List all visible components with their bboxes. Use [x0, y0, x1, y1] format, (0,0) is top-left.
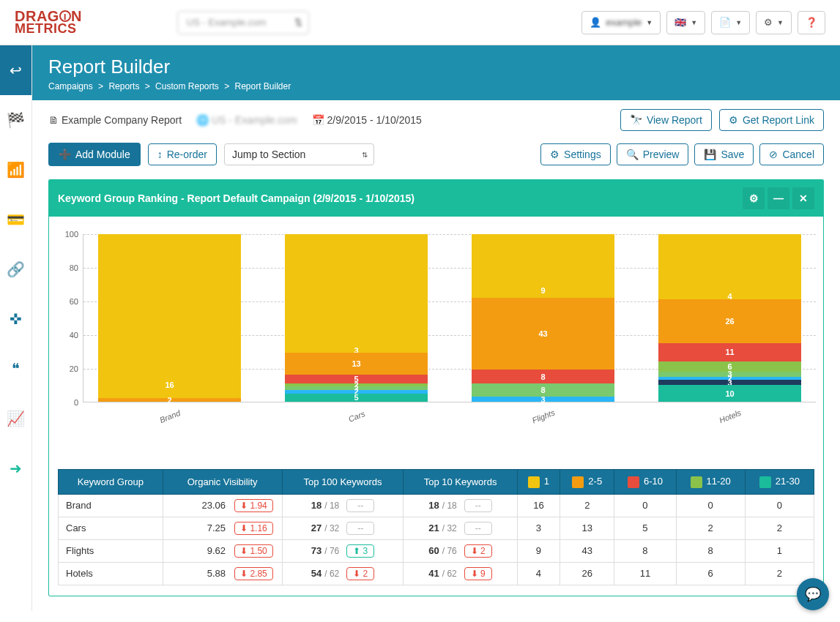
th-organic-visibility[interactable]: Organic Visibility: [163, 470, 282, 495]
sidebar-quotes[interactable]: ❝: [0, 344, 31, 394]
bar-segment: 2: [98, 398, 241, 402]
cell-r2: 2: [560, 494, 614, 517]
cell-r2: 43: [560, 539, 614, 562]
date-range: 📅 2/9/2015 - 1/10/2015: [312, 114, 422, 126]
sidebar-go[interactable]: ➜: [0, 443, 31, 493]
preview-button[interactable]: 🔍Preview: [617, 143, 689, 165]
search-icon: 🔍: [626, 149, 639, 160]
delta-pill: ⬆ 3: [346, 544, 374, 558]
caret-down-icon: ▼: [646, 19, 653, 26]
cell-t10: 18 / 18 --: [404, 494, 518, 517]
th-keyword-group[interactable]: Keyword Group: [59, 470, 163, 495]
cell-r5: 0: [745, 494, 814, 517]
module-settings-button[interactable]: ⚙: [743, 187, 765, 209]
sidebar-rankings[interactable]: 📶: [0, 145, 31, 195]
save-button[interactable]: 💾Save: [694, 143, 754, 165]
help-button[interactable]: ❓: [798, 11, 825, 34]
table-row: Flights 9.62⬇ 1.50 73 / 76⬆ 3 60 / 76⬇ 2…: [59, 539, 814, 562]
th-top100[interactable]: Top 100 Keywords: [282, 470, 404, 495]
module-collapse-button[interactable]: —: [767, 187, 789, 209]
breadcrumb-item[interactable]: Reports: [108, 81, 139, 91]
table-row: Cars 7.25⬇ 1.16 27 / 32 -- 21 / 32 -- 3 …: [59, 517, 814, 539]
bar-segment: 4: [658, 293, 801, 299]
cell-ov: 23.06⬇ 1.94: [163, 494, 282, 517]
bar-segment: 13: [285, 353, 428, 375]
cell-name: Brand: [59, 494, 163, 517]
th-top10[interactable]: Top 10 Keywords: [404, 470, 518, 495]
sidebar-reports[interactable]: 💳: [0, 195, 31, 244]
cell-t100: 73 / 76⬆ 3: [282, 539, 404, 562]
binoculars-icon: 🔭: [630, 114, 642, 126]
reorder-button[interactable]: ↕Re-order: [148, 143, 217, 165]
breadcrumb-item: Report Builder: [235, 81, 291, 91]
site-selector[interactable]: US - Example.com ⇅: [177, 11, 309, 34]
bar-segment: 5: [285, 394, 428, 402]
help-fab[interactable]: 💬: [797, 578, 829, 610]
cell-r3: 0: [614, 494, 676, 517]
sidebar-target[interactable]: ✜: [0, 294, 31, 344]
user-menu[interactable]: 👤 example ▼: [581, 11, 661, 34]
th-rank-21-30[interactable]: 21-30: [745, 470, 814, 495]
help-icon: ❓: [806, 17, 817, 28]
gauge-icon: 🏁: [7, 111, 25, 129]
delta-pill: ⬇ 1.94: [234, 499, 273, 512]
cell-r1: 16: [517, 494, 560, 517]
delta-pill: ⬇ 1.16: [234, 522, 273, 535]
breadcrumb-item[interactable]: Custom Reports: [155, 81, 219, 91]
cell-name: Flights: [59, 539, 163, 562]
cell-r4: 2: [676, 517, 745, 539]
file-icon: 🗎: [48, 114, 59, 126]
bar-segment: 43: [472, 298, 614, 370]
gear-icon: ⚙: [764, 17, 773, 28]
th-rank-1[interactable]: 1: [517, 470, 560, 495]
docs-button[interactable]: 📄▼: [711, 11, 750, 34]
jump-to-section[interactable]: Jump to Section⇅: [224, 143, 374, 165]
cell-ov: 9.62⬇ 1.50: [163, 539, 282, 562]
module-close-button[interactable]: ✕: [792, 187, 814, 209]
cell-name: Cars: [59, 517, 163, 539]
add-module-button[interactable]: ➕Add Module: [48, 143, 141, 166]
bar-segment: 3: [285, 348, 428, 353]
x-label: Cars: [346, 409, 365, 424]
flag-icon: 🇬🇧: [674, 17, 686, 28]
save-icon: 💾: [704, 149, 716, 160]
cell-ov: 5.88⬇ 2.85: [163, 562, 282, 585]
breadcrumb-item[interactable]: Campaigns: [48, 81, 93, 91]
bar-segment: 9: [472, 282, 614, 298]
cell-r5: 1: [745, 539, 814, 562]
sidebar-links[interactable]: 🔗: [0, 244, 31, 294]
settings-button[interactable]: ⚙Settings: [540, 143, 611, 165]
th-rank-6-10[interactable]: 6-10: [614, 470, 676, 495]
sidebar-analytics[interactable]: 📈: [0, 394, 31, 443]
ranking-table: Keyword Group Organic Visibility Top 100…: [58, 469, 814, 585]
chart: 216Brand52225133Cars388439Flights1032361…: [83, 234, 816, 402]
table-row: Brand 23.06⬇ 1.94 18 / 18 -- 18 / 18 -- …: [59, 494, 814, 517]
bar-segment: 16: [98, 372, 241, 399]
get-report-link-button[interactable]: ⚙Get Report Link: [719, 109, 824, 131]
back-button[interactable]: ↩: [0, 45, 31, 95]
chart-y-axis: 100806040200: [56, 234, 83, 436]
globe-icon: 🌐: [196, 114, 209, 126]
link-icon: 🔗: [7, 261, 25, 278]
cell-r3: 11: [614, 562, 676, 585]
bar-segment: 3: [658, 380, 801, 385]
th-rank-2-5[interactable]: 2-5: [560, 470, 614, 495]
th-rank-11-20[interactable]: 11-20: [676, 470, 745, 495]
bar-segment: 3: [472, 397, 614, 402]
gear-icon: ⚙: [550, 149, 560, 160]
cancel-button[interactable]: ⊘Cancel: [759, 143, 824, 165]
delta-pill: ⬇ 1.50: [234, 544, 273, 558]
language-menu[interactable]: 🇬🇧 ▼: [666, 11, 705, 34]
view-report-button[interactable]: 🔭View Report: [620, 109, 712, 131]
delta-pill: --: [464, 499, 492, 512]
breadcrumb: Campaigns > Reports > Custom Reports > R…: [48, 81, 824, 91]
sidebar-dashboard[interactable]: 🏁: [0, 95, 31, 145]
doc-icon: 📄: [719, 17, 731, 28]
module-title: Keyword Group Ranking - Report Default C…: [58, 192, 740, 204]
user-label: example: [606, 17, 642, 28]
settings-menu[interactable]: ⚙▼: [756, 11, 792, 34]
module-keyword-group-ranking: Keyword Group Ranking - Report Default C…: [48, 179, 824, 596]
cell-t100: 54 / 62⬇ 2: [282, 562, 404, 585]
report-name: 🗎 Example Company Report: [48, 114, 182, 126]
cell-r1: 4: [517, 562, 560, 585]
